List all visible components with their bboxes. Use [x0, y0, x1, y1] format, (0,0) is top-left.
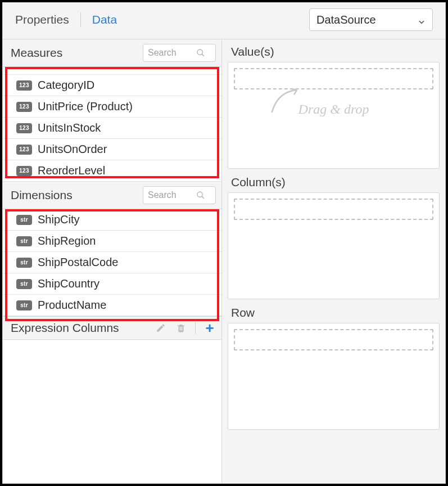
field-label: UnitsInStock	[38, 122, 101, 134]
field-item[interactable]: UnitsOnOrder	[3, 139, 221, 160]
data-panel: Properties Data DataSource Measures	[2, 2, 446, 484]
values-title: Value(s)	[228, 43, 440, 60]
row-section: Row	[228, 304, 440, 430]
drag-arrow-icon	[262, 86, 313, 120]
measures-group: CategoryID UnitPrice (Product) UnitsInSt…	[3, 67, 221, 182]
string-type-icon	[16, 215, 32, 225]
row-title: Row	[228, 304, 440, 321]
field-item[interactable]: ShipPostalCode	[3, 252, 221, 273]
columns-title: Column(s)	[228, 173, 440, 190]
field-label: ShipCountry	[38, 277, 99, 290]
datasource-label: DataSource	[316, 14, 376, 26]
dimensions-title: Dimensions	[11, 188, 73, 202]
top-bar: Properties Data DataSource	[3, 3, 445, 39]
values-section: Value(s) Drag & drop	[228, 43, 440, 169]
measures-search-input[interactable]	[148, 48, 193, 58]
field-label: ShipCity	[38, 213, 79, 226]
right-column: Value(s) Drag & drop Column(s)	[222, 39, 445, 483]
drop-placeholder	[234, 68, 433, 89]
chevron-down-icon	[418, 16, 426, 24]
dimensions-group: ShipCity ShipRegion ShipPostalCode	[3, 209, 221, 316]
expression-title: Expression Columns	[11, 321, 119, 335]
field-item[interactable]: ShipCity	[3, 209, 221, 231]
expression-actions: +	[155, 322, 216, 334]
field-item[interactable]: UnitsInStock	[3, 118, 221, 139]
trash-icon[interactable]	[175, 322, 187, 334]
tab-properties[interactable]: Properties	[15, 13, 69, 26]
dimensions-search[interactable]	[143, 186, 216, 204]
svg-line-1	[202, 54, 204, 56]
number-type-icon	[16, 80, 32, 91]
field-item[interactable]: ShipRegion	[3, 231, 221, 252]
separator	[195, 322, 196, 334]
field-item[interactable]: ProductName	[3, 295, 221, 316]
number-type-icon	[16, 123, 32, 133]
svg-line-3	[202, 196, 204, 199]
plus-icon[interactable]: +	[203, 322, 216, 334]
dimensions-header: Dimensions	[3, 182, 221, 209]
field-item[interactable]: ReorderLevel	[3, 160, 221, 182]
expression-header: Expression Columns +	[3, 316, 221, 340]
dimensions-search-input[interactable]	[148, 190, 193, 200]
drop-placeholder	[234, 199, 433, 220]
left-column: Measures CategoryID	[3, 39, 222, 483]
tab-data[interactable]: Data	[92, 13, 117, 26]
measures-title: Measures	[11, 46, 62, 60]
field-item[interactable]: ShipCountry	[3, 273, 221, 295]
columns-section: Column(s)	[228, 173, 440, 299]
drop-placeholder	[234, 329, 433, 350]
field-label: CategoryID	[38, 79, 94, 92]
drag-drop-hint: Drag & drop	[228, 102, 439, 117]
field-label: UnitPrice (Product)	[38, 100, 133, 113]
field-label: UnitsOnOrder	[38, 143, 107, 156]
edit-icon[interactable]	[155, 322, 167, 334]
measures-list: CategoryID UnitPrice (Product) UnitsInSt…	[3, 67, 221, 182]
field-label: ShipRegion	[38, 235, 96, 248]
columns-dropzone[interactable]	[228, 192, 440, 299]
search-icon	[196, 48, 205, 57]
number-type-icon	[16, 145, 32, 155]
number-type-icon	[16, 102, 32, 112]
row-dropzone[interactable]	[228, 323, 440, 430]
search-icon	[196, 191, 205, 200]
tab-separator	[80, 12, 81, 27]
field-item[interactable]	[3, 67, 221, 75]
field-item[interactable]: UnitPrice (Product)	[3, 96, 221, 118]
field-item[interactable]: CategoryID	[3, 75, 221, 96]
datasource-select[interactable]: DataSource	[309, 8, 433, 31]
measures-search[interactable]	[143, 44, 216, 62]
dimensions-list: ShipCity ShipRegion ShipPostalCode	[3, 209, 221, 316]
number-type-icon	[16, 166, 32, 176]
svg-point-2	[197, 192, 202, 197]
field-label: ShipPostalCode	[38, 256, 118, 269]
values-dropzone[interactable]: Drag & drop	[228, 62, 440, 169]
measures-header: Measures	[3, 39, 221, 67]
tab-strip: Properties Data	[15, 12, 117, 27]
string-type-type-icon	[16, 258, 32, 268]
string-type-icon	[16, 236, 32, 246]
string-type-icon	[16, 279, 32, 289]
svg-point-0	[197, 50, 202, 55]
expression-body	[3, 340, 221, 483]
field-label: ReorderLevel	[38, 164, 105, 177]
string-type-icon	[16, 300, 32, 310]
field-label: ProductName	[38, 299, 106, 312]
